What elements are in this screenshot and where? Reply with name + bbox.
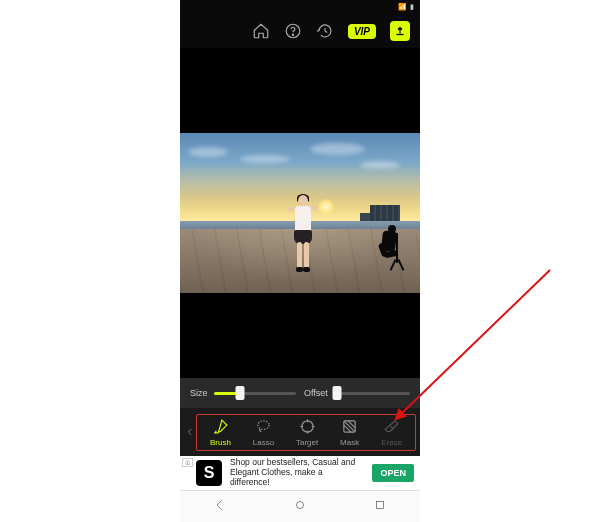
tool-brush-label: Brush — [210, 438, 231, 447]
ad-text: Shop our bestsellers, Casual and Elegant… — [230, 458, 364, 487]
nav-home-icon[interactable] — [293, 498, 307, 516]
export-button[interactable] — [390, 21, 410, 41]
svg-point-3 — [301, 420, 312, 431]
vip-badge[interactable]: VIP — [348, 24, 376, 39]
home-icon[interactable] — [252, 22, 270, 40]
svg-point-2 — [258, 420, 269, 429]
offset-slider[interactable] — [334, 392, 410, 395]
offset-slider-group: Offset — [304, 388, 410, 398]
history-icon[interactable] — [316, 22, 334, 40]
tools-container: Brush Lasso Target Mask Erase — [196, 414, 416, 451]
size-label: Size — [190, 388, 208, 398]
battery-icon: ▮ — [410, 3, 414, 11]
size-thumb[interactable] — [235, 386, 244, 400]
subject-photographer — [372, 223, 408, 273]
tool-brush[interactable]: Brush — [210, 418, 231, 447]
tool-lasso[interactable]: Lasso — [253, 418, 274, 447]
tool-mask[interactable]: Mask — [340, 418, 359, 447]
top-bar: VIP — [180, 14, 420, 48]
chevron-left-icon[interactable] — [184, 427, 196, 437]
photo[interactable] — [180, 133, 420, 293]
ad-open-button[interactable]: OPEN — [372, 464, 414, 482]
tool-lasso-label: Lasso — [253, 438, 274, 447]
tool-mask-label: Mask — [340, 438, 359, 447]
svg-point-1 — [292, 34, 293, 35]
svg-line-7 — [400, 270, 550, 415]
svg-point-5 — [297, 501, 304, 508]
ad-logo: S — [196, 460, 222, 486]
ad-banner[interactable]: ① S Shop our bestsellers, Casual and Ele… — [180, 456, 420, 490]
status-bar: 📶 ▮ — [180, 0, 420, 14]
phone-frame: 📶 ▮ VIP — [180, 0, 420, 522]
canvas[interactable] — [180, 48, 420, 378]
help-icon[interactable] — [284, 22, 302, 40]
tool-row: Brush Lasso Target Mask Erase — [180, 408, 420, 456]
nav-recents-icon[interactable] — [373, 498, 387, 516]
nav-back-icon[interactable] — [213, 498, 227, 516]
slider-panel: Size Offset — [180, 378, 420, 408]
signal-icon: 📶 — [398, 3, 407, 11]
svg-rect-6 — [377, 501, 384, 508]
offset-label: Offset — [304, 388, 328, 398]
tool-target[interactable]: Target — [296, 418, 318, 447]
size-slider-group: Size — [190, 388, 296, 398]
offset-thumb[interactable] — [332, 386, 341, 400]
android-navbar — [180, 490, 420, 522]
tool-erase-label: Erase — [381, 438, 402, 447]
ad-info-icon[interactable]: ① — [182, 458, 193, 467]
subject-girl — [292, 195, 314, 273]
status-right: 📶 ▮ — [398, 3, 414, 11]
size-slider[interactable] — [214, 392, 296, 395]
tool-target-label: Target — [296, 438, 318, 447]
tool-erase[interactable]: Erase — [381, 418, 402, 447]
